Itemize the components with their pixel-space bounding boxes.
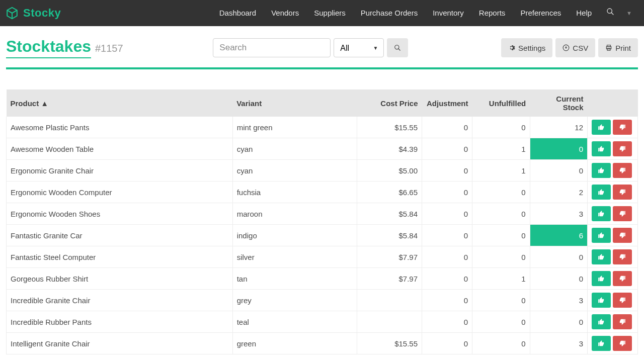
approve-button[interactable] <box>592 120 611 135</box>
thumbs-up-icon <box>597 340 605 347</box>
print-button-label: Print <box>615 44 631 52</box>
nav-link-purchase-orders[interactable]: Purchase Orders <box>353 0 425 26</box>
col-header-variant[interactable]: Variant <box>232 89 357 117</box>
cell-variant: fuchsia <box>232 182 357 203</box>
approve-button[interactable] <box>592 163 611 178</box>
approve-button[interactable] <box>592 249 611 264</box>
approve-button[interactable] <box>592 293 611 308</box>
cell-cost: $15.55 <box>357 333 422 354</box>
approve-button[interactable] <box>592 206 611 221</box>
page-title-link[interactable]: Stocktakes <box>6 37 91 58</box>
thumbs-up-icon <box>597 145 605 152</box>
nav-link-inventory[interactable]: Inventory <box>425 0 471 26</box>
cell-product: Gorgeous Rubber Shirt <box>7 268 233 290</box>
nav-link-preferences[interactable]: Preferences <box>513 0 569 26</box>
approve-button[interactable] <box>592 141 611 156</box>
cell-variant: cyan <box>232 138 357 160</box>
thumbs-down-icon <box>618 167 626 174</box>
nav-link-reports[interactable]: Reports <box>471 0 513 26</box>
cell-actions <box>588 138 638 160</box>
thumbs-down-icon <box>618 145 626 152</box>
top-navbar: Stocky DashboardVendorsSuppliersPurchase… <box>0 0 644 26</box>
cell-actions <box>588 333 638 354</box>
cell-unfulfilled: 1 <box>472 138 530 160</box>
reject-button[interactable] <box>613 163 632 178</box>
nav-search-button[interactable] <box>599 0 621 26</box>
cell-unfulfilled: 0 <box>472 203 530 225</box>
reject-button[interactable] <box>613 314 632 329</box>
nav-link-suppliers[interactable]: Suppliers <box>306 0 353 26</box>
cell-stock: 2 <box>530 182 587 203</box>
brand[interactable]: Stocky <box>5 6 61 20</box>
cell-cost: $6.65 <box>357 182 422 203</box>
svg-line-1 <box>611 13 613 15</box>
cell-cost: $7.97 <box>357 268 422 290</box>
page-header: Stocktakes #1157 All ▼ Settings CSV Prin… <box>0 26 644 62</box>
gear-icon <box>508 44 515 51</box>
cell-product: Ergonomic Wooden Shoes <box>7 203 233 225</box>
approve-button[interactable] <box>592 228 611 243</box>
download-icon <box>562 44 570 51</box>
thumbs-down-icon <box>618 253 626 260</box>
search-icon <box>606 0 614 26</box>
nav-link-dashboard[interactable]: Dashboard <box>212 0 264 26</box>
csv-button[interactable]: CSV <box>555 38 595 57</box>
nav-links: DashboardVendorsSuppliersPurchase Orders… <box>212 0 599 26</box>
reject-button[interactable] <box>613 185 632 200</box>
col-header-cost[interactable]: Cost Price <box>357 89 422 117</box>
reject-button[interactable] <box>613 206 632 221</box>
reject-button[interactable] <box>613 249 632 264</box>
col-header-stock[interactable]: Current Stock <box>530 89 587 117</box>
col-header-unfulfilled[interactable]: Unfulfilled <box>472 89 530 117</box>
table-row: Awesome Plastic Pantsmint green$15.55001… <box>7 117 638 138</box>
nav-user-menu-caret[interactable]: ▼ <box>621 10 637 16</box>
cell-product: Incredible Rubber Pants <box>7 311 233 333</box>
search-submit-button[interactable] <box>387 38 408 57</box>
approve-button[interactable] <box>592 271 611 286</box>
cell-unfulfilled: 0 <box>472 117 530 138</box>
thumbs-down-icon <box>618 232 626 239</box>
thumbs-down-icon <box>618 124 626 131</box>
cell-product: Ergonomic Granite Chair <box>7 160 233 182</box>
cell-adjustment: 0 <box>422 203 472 225</box>
nav-link-help[interactable]: Help <box>569 0 599 26</box>
cell-adjustment: 0 <box>422 182 472 203</box>
cell-cost: $5.00 <box>357 160 422 182</box>
cell-stock: 0 <box>530 246 587 268</box>
cell-cost: $5.84 <box>357 203 422 225</box>
print-button[interactable]: Print <box>598 38 638 57</box>
cell-adjustment: 0 <box>422 225 472 246</box>
nav-link-vendors[interactable]: Vendors <box>264 0 306 26</box>
col-header-product[interactable]: Product ▲ <box>7 89 233 117</box>
approve-button[interactable] <box>592 185 611 200</box>
col-header-adjustment[interactable]: Adjustment <box>422 89 472 117</box>
approve-button[interactable] <box>592 336 611 351</box>
reject-button[interactable] <box>613 271 632 286</box>
cell-variant: green <box>232 333 357 354</box>
search-input[interactable] <box>213 38 331 57</box>
cell-product: Fantastic Steel Computer <box>7 246 233 268</box>
cell-stock: 0 <box>530 268 587 290</box>
reject-button[interactable] <box>613 228 632 243</box>
cell-actions <box>588 268 638 290</box>
cell-cost <box>357 290 422 311</box>
reject-button[interactable] <box>613 141 632 156</box>
approve-button[interactable] <box>592 314 611 329</box>
cell-stock: 3 <box>530 290 587 311</box>
cell-actions <box>588 311 638 333</box>
print-icon <box>605 44 612 51</box>
cell-variant: cyan <box>232 160 357 182</box>
cell-actions <box>588 225 638 246</box>
filter-select[interactable]: All <box>334 38 384 57</box>
cell-stock: 0 <box>530 311 587 333</box>
cell-unfulfilled: 0 <box>472 311 530 333</box>
settings-button[interactable]: Settings <box>501 38 552 57</box>
cell-variant: silver <box>232 246 357 268</box>
table-row: Fantastic Steel Computersilver$7.97000 <box>7 246 638 268</box>
reject-button[interactable] <box>613 336 632 351</box>
reject-button[interactable] <box>613 293 632 308</box>
table-row: Incredible Rubber Pantsteal000 <box>7 311 638 333</box>
cell-adjustment: 0 <box>422 138 472 160</box>
cell-product: Incredible Granite Chair <box>7 290 233 311</box>
reject-button[interactable] <box>613 120 632 135</box>
